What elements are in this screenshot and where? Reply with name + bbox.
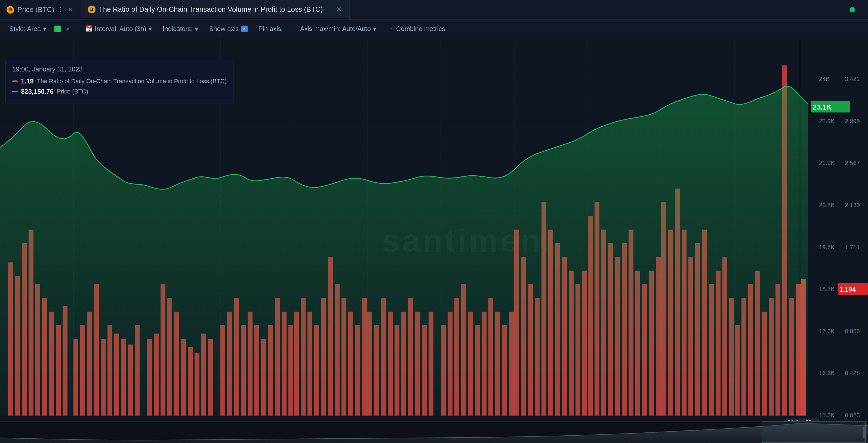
svg-text:17.6K: 17.6K [819,328,835,335]
pin-axis-toggle[interactable]: Pin axis [256,23,284,34]
axis-max-min-label: Axis max/min: Auto/Auto [300,25,371,33]
tab-label-ratio: The Ratio of Daily On-Chain Transaction … [99,5,323,13]
tab-menu-icon-ratio[interactable]: ⋮ [326,6,332,13]
toolbar-separator-1 [75,25,76,33]
color-swatch[interactable] [55,26,61,32]
tab-ratio-btc[interactable]: ₿ The Ratio of Daily On-Chain Transactio… [81,0,350,19]
svg-text:0.023: 0.023 [845,412,860,418]
chart-area: santiment 19:00, January 31, 2023 1.19 T… [0,38,868,443]
svg-text:1.711: 1.711 [845,244,860,250]
svg-text:0.856: 0.856 [845,328,860,335]
combine-metrics-button[interactable]: + Combine metrics [386,23,448,35]
tab-bar: ₿ Price (BTC) ⋮ ✕ ₿ The Ratio of Daily O… [0,0,868,20]
connection-status-dot [849,7,855,12]
indicators-label: Indicators: [163,25,193,33]
svg-text:2.995: 2.995 [845,118,860,125]
style-selector[interactable]: Style: Area ▾ [6,23,49,34]
chevron-down-icon-axis: ▾ [373,25,376,33]
pin-axis-label: Pin axis [258,25,281,33]
tooltip-label-ratio: The Ratio of Daily On-Chain Transaction … [37,78,227,85]
chevron-down-icon-color[interactable]: ▾ [66,26,69,32]
style-label: Style: Area [9,25,41,33]
y-label-229k: 22.9K [819,118,835,125]
toolbar-separator-2 [290,25,291,33]
tooltip-row-price: $23,150.76 Price (BTC) [12,88,227,95]
mini-chart[interactable] [0,421,868,443]
app-container: ₿ Price (BTC) ⋮ ✕ ₿ The Ratio of Daily O… [0,0,868,443]
tooltip-color-ratio [12,80,18,82]
tooltip-row-ratio: 1.19 The Ratio of Daily On-Chain Transac… [12,77,227,85]
tooltip-color-price [12,91,18,93]
price-area [0,86,808,416]
axis-max-min-selector[interactable]: Axis max/min: Auto/Auto ▾ [298,23,379,34]
chevron-down-icon-indicators: ▾ [195,25,198,33]
svg-text:0.428: 0.428 [845,370,860,376]
tooltip-value-ratio: 1.19 [21,77,34,85]
svg-text:18.7K: 18.7K [819,286,835,293]
calendar-icon: 📅 [85,25,93,32]
svg-text:19.7K: 19.7K [819,244,835,250]
tooltip-date: 19:00, January 31, 2023 [12,66,227,73]
svg-text:2.139: 2.139 [845,202,860,208]
chevron-down-icon-interval: ▾ [149,25,152,33]
chart-tooltip: 19:00, January 31, 2023 1.19 The Ratio o… [5,60,234,104]
chevron-down-icon: ▾ [43,25,46,33]
show-axis-toggle[interactable]: Show axis ✓ [206,23,250,34]
show-axis-label: Show axis [209,25,239,33]
tooltip-label-price: Price (BTC) [57,88,88,95]
svg-text:20.8K: 20.8K [819,202,835,208]
toolbar: Style: Area ▾ ▾ 📅 Interval: Auto (3h) ▾ … [0,20,868,38]
svg-text:3.422: 3.422 [845,75,860,82]
mini-chart-svg [0,421,868,443]
svg-text:21.9K: 21.9K [819,160,835,166]
tab-badge-ratio: ₿ [88,6,95,13]
svg-text:1.194: 1.194 [839,286,856,293]
show-axis-checkbox[interactable]: ✓ [241,26,248,32]
tab-close-price[interactable]: ✕ [67,5,74,15]
svg-rect-173 [863,427,866,438]
svg-text:15.6K: 15.6K [819,412,835,418]
svg-text:16.6K: 16.6K [819,370,835,376]
svg-rect-172 [762,421,865,443]
tab-menu-icon-price[interactable]: ⋮ [58,6,64,13]
svg-text:23.1K: 23.1K [813,103,832,111]
combine-metrics-label: Combine metrics [396,25,445,33]
y-label-24k: 24K [819,75,830,82]
tab-price-btc[interactable]: ₿ Price (BTC) ⋮ ✕ [0,0,81,19]
tab-close-ratio[interactable]: ✕ [335,5,343,14]
interval-label: Interval: Auto (3h) [95,25,146,33]
svg-text:2.567: 2.567 [845,160,860,166]
interval-selector[interactable]: 📅 Interval: Auto (3h) ▾ [83,23,154,34]
tooltip-value-price: $23,150.76 [21,88,54,95]
indicators-selector[interactable]: Indicators: ▾ [160,23,201,34]
plus-icon: + [390,25,394,33]
tab-label-price: Price (BTC) [18,5,55,14]
tab-badge-price: ₿ [6,6,14,13]
